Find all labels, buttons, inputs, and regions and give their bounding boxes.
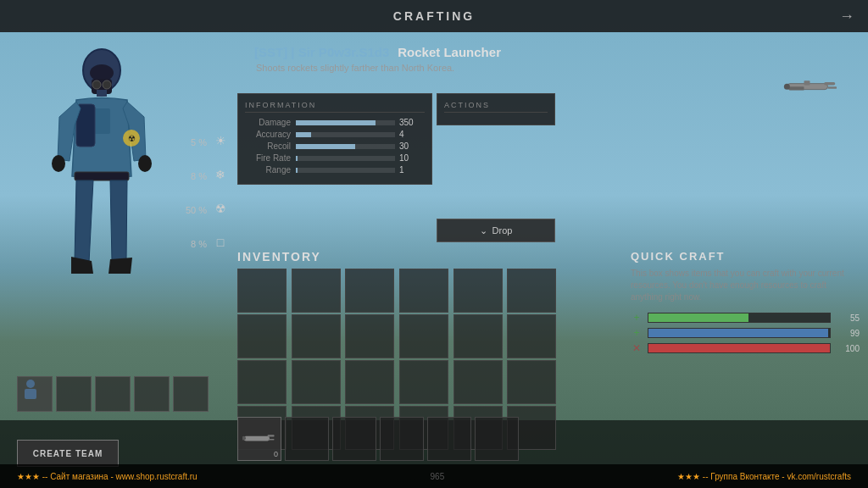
inv-slot-6[interactable]: [507, 269, 556, 313]
range-value: 1: [399, 165, 425, 175]
inv-slot-7[interactable]: [237, 314, 287, 358]
quick-craft-title: QUICK CRAFT: [631, 250, 860, 263]
snowflake-icon: ❄: [212, 168, 229, 185]
craft-slot-3[interactable]: [332, 417, 376, 461]
item-thumbnail: [783, 75, 851, 108]
craft-slot-count: 0: [274, 450, 278, 458]
bottom-bar: ★★★ -- Сайт магазина - www.shop.rustcraf…: [0, 464, 868, 488]
bottom-text-left: ★★★ -- Сайт магазина - www.shop.rustcraf…: [17, 472, 198, 481]
stat-cold-pct: 8 %: [181, 171, 207, 181]
stat-row-cold: 8 % ❄: [181, 168, 229, 185]
range-bar: [296, 168, 298, 173]
range-row: Range 1: [245, 165, 425, 175]
inv-slot-13[interactable]: [237, 360, 287, 404]
inv-slot-12[interactable]: [507, 314, 556, 358]
stat-row-rad: 50 % ☢: [181, 202, 229, 219]
damage-value: 350: [399, 118, 425, 127]
craft-queue: 0: [237, 413, 559, 464]
sun-icon: ☀: [212, 134, 229, 151]
drop-chevron-icon: ⌄: [480, 225, 487, 236]
svg-rect-5: [97, 90, 107, 97]
accuracy-row: Accuracy 4: [245, 130, 425, 139]
craft-slot-5[interactable]: [427, 417, 471, 461]
damage-bar: [296, 120, 376, 125]
accuracy-bar: [296, 132, 311, 137]
svg-rect-14: [25, 389, 36, 399]
page-title: CRAFTING: [393, 9, 475, 23]
resource-bar-fill-3: [648, 344, 830, 352]
bottom-text-center: 965: [431, 472, 445, 481]
stat-armor-pct: 8 %: [181, 239, 207, 249]
inv-slot-10[interactable]: [399, 314, 448, 358]
svg-rect-10: [75, 172, 129, 180]
svg-rect-6: [93, 108, 110, 134]
resource-row-2: + 99: [631, 327, 860, 339]
svg-point-19: [784, 84, 790, 90]
inv-slot-15[interactable]: [345, 360, 394, 404]
resource-bar-3: [648, 343, 831, 353]
stat-heat-pct: 5 %: [181, 137, 207, 147]
inv-slot-17[interactable]: [453, 360, 503, 404]
inv-slot-3[interactable]: [345, 269, 394, 313]
svg-point-9: [138, 155, 152, 172]
create-team-button[interactable]: CREATE TEAM: [17, 440, 119, 467]
svg-rect-21: [244, 436, 270, 441]
equip-slot-1[interactable]: [17, 376, 53, 412]
svg-point-3: [92, 80, 101, 89]
resource-val-3: 100: [836, 344, 860, 353]
equip-slot-2[interactable]: [56, 376, 92, 412]
resource-val-2: 99: [836, 329, 860, 338]
inv-slot-16[interactable]: [399, 360, 448, 404]
craft-slot-4[interactable]: [380, 417, 424, 461]
resource-bar-1: [648, 313, 831, 323]
equip-slot-4[interactable]: [134, 376, 170, 412]
damage-bar-wrap: [296, 120, 395, 125]
quick-craft-description: This box shows items that you can craft …: [631, 268, 860, 303]
information-box: INFORMATION Damage 350 Accuracy 4 Recoil…: [237, 93, 432, 185]
plus-icon-2: +: [631, 327, 643, 339]
inv-slot-4[interactable]: [399, 269, 448, 313]
exit-button[interactable]: →: [839, 8, 854, 25]
firerate-bar: [296, 156, 298, 161]
recoil-bar: [296, 144, 355, 149]
svg-point-8: [52, 155, 65, 172]
equip-slot-5[interactable]: [173, 376, 209, 412]
actions-box: ACTIONS: [437, 93, 555, 125]
range-label: Range: [245, 165, 296, 175]
inv-slot-5[interactable]: [453, 269, 503, 313]
accuracy-value: 4: [399, 130, 425, 139]
craft-slot-2[interactable]: [285, 417, 329, 461]
inv-slot-18[interactable]: [507, 360, 556, 404]
inv-slot-14[interactable]: [292, 360, 341, 404]
recoil-row: Recoil 30: [245, 141, 425, 151]
plus-icon-1: +: [631, 312, 643, 324]
resource-bar-2: [648, 328, 831, 338]
craft-slot-6[interactable]: [475, 417, 519, 461]
accuracy-bar-wrap: [296, 132, 395, 137]
stat-rad-pct: 50 %: [181, 205, 207, 215]
inv-slot-1[interactable]: [237, 269, 287, 313]
inventory-title: INVENTORY: [237, 250, 559, 263]
svg-rect-17: [828, 86, 837, 89]
inv-slot-2[interactable]: [292, 269, 341, 313]
bottom-text-right: ★★★ -- Группа Вконтакте - vk.com/rustcra…: [677, 472, 851, 481]
item-description: Shoots rockets slightly farther than Nor…: [256, 63, 851, 73]
craft-slot-1[interactable]: 0: [237, 417, 281, 461]
inv-slot-9[interactable]: [345, 314, 394, 358]
equip-slot-3[interactable]: [95, 376, 131, 412]
actions-title: ACTIONS: [444, 101, 548, 113]
quick-craft-panel: QUICK CRAFT This box shows items that yo…: [631, 250, 860, 354]
recoil-bar-wrap: [296, 144, 395, 149]
firerate-bar-wrap: [296, 156, 395, 161]
svg-rect-20: [804, 80, 810, 85]
inv-slot-8[interactable]: [292, 314, 341, 358]
inv-slot-11[interactable]: [453, 314, 503, 358]
svg-rect-18: [789, 86, 804, 90]
character-figure: ☢: [17, 41, 186, 363]
drop-button[interactable]: ⌄ Drop: [437, 219, 555, 242]
resource-val-1: 55: [836, 313, 860, 323]
equipment-slots: [17, 376, 209, 412]
resource-bar-fill-2: [648, 329, 828, 337]
recoil-label: Recoil: [245, 141, 296, 151]
firerate-label: Fire Rate: [245, 153, 296, 163]
